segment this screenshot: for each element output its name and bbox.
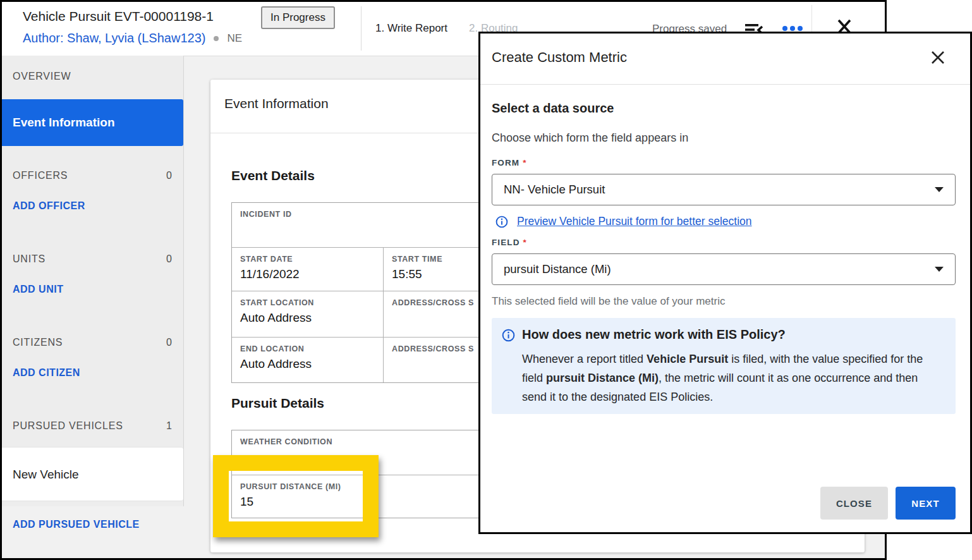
- dialog-close-icon[interactable]: [929, 49, 947, 69]
- form-label: FORM*: [492, 158, 526, 167]
- required-marker: *: [523, 158, 526, 167]
- field-helper-text: This selected field will be the value of…: [492, 295, 725, 308]
- pursued-vehicles-count: 1: [166, 420, 172, 432]
- status-badge: In Progress: [261, 6, 335, 29]
- screen: Vehicle Pursuit EVT-00001198-1 In Progre…: [0, 0, 972, 560]
- next-button[interactable]: NEXT: [896, 487, 956, 520]
- step-write-report[interactable]: 1. Write Report: [375, 22, 447, 35]
- sidebar-item-overview[interactable]: OVERVIEW: [13, 71, 71, 82]
- region-label: NE: [227, 32, 242, 45]
- author-link[interactable]: Author: Shaw, Lyvia (LShaw123): [23, 31, 205, 46]
- sidebar-item-citizens[interactable]: CITIZENS: [13, 337, 63, 348]
- report-title: Vehicle Pursuit EVT-00001198-1: [23, 9, 214, 24]
- start-date-field[interactable]: START DATE 11/16/2022: [232, 248, 384, 291]
- more-options-icon[interactable]: [782, 26, 803, 31]
- highlight-annotation-box: [213, 455, 379, 537]
- officers-count: 0: [166, 170, 172, 181]
- citizens-count: 0: [166, 337, 172, 348]
- form-select[interactable]: NN- Vehicle Pursuit: [492, 174, 956, 205]
- field-label: FIELD*: [492, 238, 526, 247]
- preview-form-link[interactable]: Preview Vehicle Pursuit form for better …: [517, 215, 752, 228]
- data-source-subtitle: Choose which form the field appears in: [492, 131, 688, 145]
- sidebar-item-new-vehicle[interactable]: New Vehicle: [2, 447, 183, 501]
- close-button[interactable]: CLOSE: [820, 487, 888, 520]
- sidebar-item-units[interactable]: UNITS: [13, 253, 46, 265]
- pursuit-details-heading: Pursuit Details: [231, 396, 324, 411]
- create-custom-metric-dialog: Create Custom Metric Select a data sourc…: [478, 32, 972, 534]
- chevron-down-icon: [935, 187, 944, 192]
- author-row: Author: Shaw, Lyvia (LShaw123) NE: [23, 31, 242, 46]
- start-location-field[interactable]: START LOCATION Auto Address: [232, 291, 384, 337]
- event-details-heading: Event Details: [231, 168, 315, 183]
- header-divider: [361, 6, 361, 51]
- add-citizen-button[interactable]: ADD CITIZEN: [13, 367, 80, 379]
- add-officer-button[interactable]: ADD OFFICER: [13, 200, 85, 212]
- dialog-divider: [480, 84, 970, 85]
- preview-link-row: Preview Vehicle Pursuit form for better …: [495, 215, 752, 228]
- add-pursued-vehicle-button[interactable]: ADD PURSUED VEHICLE: [13, 519, 140, 530]
- sidebar-item-pursued-vehicles[interactable]: PURSUED VEHICLES: [13, 420, 123, 432]
- chevron-down-icon: [935, 267, 944, 272]
- info-icon: [495, 216, 508, 228]
- add-unit-button[interactable]: ADD UNIT: [13, 284, 63, 295]
- eis-policy-info-panel: How does new metric work with EIS Policy…: [492, 318, 956, 414]
- sidebar-item-event-information[interactable]: Event Information: [2, 99, 183, 146]
- separator-dot-icon: [214, 36, 219, 41]
- form-select-value: NN- Vehicle Pursuit: [504, 183, 605, 197]
- info-panel-body: Whenever a report titled Vehicle Pursuit…: [522, 350, 932, 406]
- required-marker: *: [523, 238, 526, 247]
- units-count: 0: [166, 253, 172, 265]
- field-select[interactable]: pursuit Distance (Mi): [492, 253, 956, 285]
- report-sidebar: OVERVIEW Event Information OFFICERS 0 AD…: [2, 56, 184, 506]
- end-location-field[interactable]: END LOCATION Auto Address: [232, 338, 384, 382]
- info-panel-title: How does new metric work with EIS Policy…: [522, 327, 786, 342]
- dialog-title: Create Custom Metric: [492, 49, 627, 66]
- data-source-heading: Select a data source: [492, 101, 614, 116]
- info-icon: [502, 329, 515, 342]
- sidebar-item-officers[interactable]: OFFICERS: [13, 170, 68, 181]
- card-title: Event Information: [224, 96, 329, 111]
- field-select-value: pursuit Distance (Mi): [504, 262, 611, 276]
